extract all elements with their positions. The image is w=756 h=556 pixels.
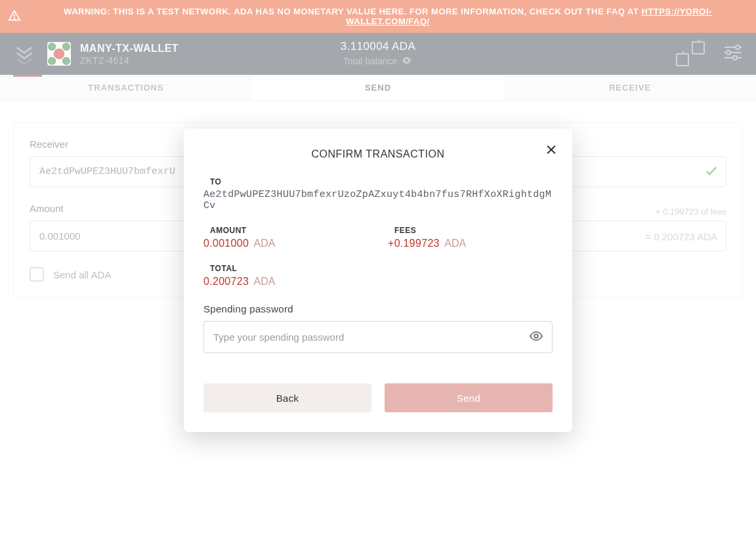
- svg-point-11: [534, 334, 538, 338]
- total-value: 0.200723: [203, 276, 249, 287]
- total-value-line: 0.200723 ADA: [203, 276, 553, 288]
- to-address: Ae2tdPwUPEZ3HUU7bmfexrUzoZpAZxuyt4b4bn7f…: [203, 189, 553, 211]
- back-button[interactable]: Back: [203, 383, 371, 412]
- total-suffix: ADA: [254, 276, 276, 287]
- spending-password-label: Spending password: [203, 303, 553, 314]
- modal-title: CONFIRM TRANSACTION: [203, 148, 553, 160]
- fees-suffix: ADA: [444, 238, 466, 249]
- amount-suffix: ADA: [254, 238, 276, 249]
- amount-value-line: 0.001000 ADA: [203, 238, 368, 249]
- amount-section-label: AMOUNT: [203, 226, 368, 235]
- fees-section-label: FEES: [388, 226, 553, 235]
- confirm-transaction-modal: CONFIRM TRANSACTION TO Ae2tdPwUPEZ3HUU7b…: [184, 129, 572, 432]
- total-section-label: TOTAL: [203, 264, 553, 273]
- send-button[interactable]: Send: [385, 383, 553, 412]
- fees-value: +0.199723: [388, 238, 440, 249]
- fees-value-line: +0.199723 ADA: [388, 238, 553, 249]
- toggle-password-visibility-icon[interactable]: [529, 329, 543, 346]
- amount-value: 0.001000: [203, 238, 249, 249]
- spending-password-input[interactable]: [203, 321, 553, 353]
- close-icon[interactable]: [545, 143, 558, 159]
- modal-overlay: CONFIRM TRANSACTION TO Ae2tdPwUPEZ3HUU7b…: [0, 0, 756, 556]
- to-label: TO: [203, 177, 553, 186]
